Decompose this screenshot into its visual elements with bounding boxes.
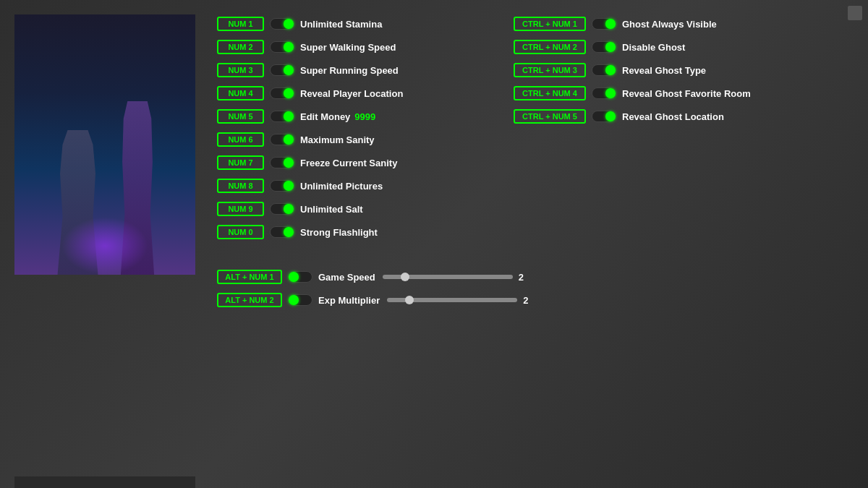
key-badge[interactable]: CTRL + NUM 1: [514, 17, 586, 31]
control-label: Strong Flashlight: [300, 227, 378, 238]
key-badge[interactable]: NUM 4: [217, 86, 264, 100]
toggle-track: [270, 180, 294, 192]
toggle-thumb: [284, 181, 294, 191]
slider-thumb: [405, 296, 414, 304]
slider-track[interactable]: [387, 298, 517, 302]
slider-value: 2: [523, 295, 528, 306]
list-item: NUM 3Super Running Speed: [217, 61, 492, 80]
key-badge[interactable]: NUM 1: [217, 17, 264, 31]
toggle-switch[interactable]: [270, 180, 294, 192]
toggle-switch[interactable]: [592, 18, 616, 30]
toggle-track: [270, 18, 294, 30]
key-badge[interactable]: NUM 5: [217, 109, 264, 124]
list-item: NUM 2Super Walking Speed: [217, 38, 492, 56]
toggle-track: [270, 134, 294, 145]
bottom-row: ALT + NUM 1Game Speed2ALT + NUM 2Exp Mul…: [217, 267, 723, 314]
control-label: Exp Multiplier: [318, 295, 380, 306]
slider-track[interactable]: [383, 275, 513, 279]
toggle-track: [592, 111, 616, 122]
toggle-track: [270, 64, 294, 76]
toggle-switch[interactable]: [592, 111, 616, 122]
toggle-track: [592, 18, 616, 30]
toggle-track: [270, 41, 294, 53]
toggle-track: [270, 226, 294, 238]
toggle-switch[interactable]: [270, 41, 294, 53]
control-label: Game Speed: [318, 272, 375, 283]
list-item: CTRL + NUM 5Reveal Ghost Location: [514, 107, 774, 126]
toggle-thumb: [284, 134, 294, 145]
slider-thumb: [401, 273, 409, 281]
toggle-thumb: [289, 272, 299, 282]
control-label: Reveal Ghost Favorite Room: [622, 88, 751, 99]
key-badge[interactable]: NUM 2: [217, 40, 264, 54]
toggle-thumb: [605, 111, 616, 121]
toggle-switch[interactable]: [270, 134, 294, 145]
control-label: Super Walking Speed: [300, 42, 396, 53]
key-badge[interactable]: NUM 6: [217, 132, 264, 147]
key-badge[interactable]: CTRL + NUM 3: [514, 63, 586, 77]
list-item: NUM 9Unlimited Salt: [217, 200, 492, 218]
key-badge[interactable]: CTRL + NUM 4: [514, 86, 586, 100]
toggle-track: [270, 111, 294, 122]
toggle-switch[interactable]: [270, 87, 294, 99]
key-badge[interactable]: NUM 0: [217, 225, 264, 239]
toggle-track: [592, 41, 616, 53]
app-window: NUM 1Unlimited StaminaNUM 2Super Walking…: [0, 0, 868, 488]
toggle-thumb: [605, 65, 616, 75]
toggle-switch[interactable]: [288, 294, 312, 306]
list-item: NUM 8Unlimited Pictures: [217, 176, 492, 195]
list-item: NUM 5Edit Money9999: [217, 107, 492, 126]
toggle-track: [592, 64, 616, 76]
toggle-track: [270, 157, 294, 168]
toggle-track: [288, 271, 312, 283]
controls-area: NUM 1Unlimited StaminaNUM 2Super Walking…: [217, 14, 854, 474]
toggle-switch[interactable]: [288, 271, 312, 283]
list-item: NUM 0Strong Flashlight: [217, 223, 492, 241]
toggle-track: [270, 87, 294, 99]
toggle-thumb: [289, 295, 299, 305]
toggle-switch[interactable]: [270, 203, 294, 215]
control-label: Super Running Speed: [300, 65, 399, 76]
list-item: NUM 4Reveal Player Location: [217, 84, 492, 103]
control-label: Maximum Sanity: [300, 134, 375, 145]
toggle-switch[interactable]: [270, 18, 294, 30]
toggle-thumb: [284, 42, 294, 52]
toggle-thumb: [284, 65, 294, 75]
toggle-switch[interactable]: [592, 64, 616, 76]
toggle-thumb: [605, 42, 616, 52]
toggle-switch[interactable]: [270, 111, 294, 122]
list-item: CTRL + NUM 2Disable Ghost: [514, 38, 774, 56]
slider-container: 2: [383, 272, 524, 283]
key-badge[interactable]: NUM 7: [217, 155, 264, 170]
key-badge[interactable]: ALT + NUM 1: [217, 270, 282, 284]
game-cover: [14, 14, 195, 275]
toggle-thumb: [284, 19, 294, 29]
toggle-thumb: [284, 88, 294, 98]
list-item: ALT + NUM 2Exp Multiplier2: [217, 291, 723, 309]
toggle-thumb: [605, 88, 616, 98]
list-item: CTRL + NUM 3Reveal Ghost Type: [514, 61, 774, 80]
key-badge[interactable]: NUM 8: [217, 179, 264, 193]
cover-art: [14, 72, 195, 275]
key-badge[interactable]: CTRL + NUM 5: [514, 109, 586, 124]
toggle-thumb: [284, 158, 294, 168]
toggle-switch[interactable]: [592, 87, 616, 99]
list-item: ALT + NUM 1Game Speed2: [217, 267, 723, 286]
toggle-track: [270, 203, 294, 215]
slider-value: 2: [519, 272, 524, 283]
key-badge[interactable]: NUM 3: [217, 63, 264, 77]
key-badge[interactable]: CTRL + NUM 2: [514, 40, 586, 54]
slider-container: 2: [387, 295, 528, 306]
toggle-thumb: [284, 204, 294, 214]
key-badge[interactable]: NUM 9: [217, 202, 264, 216]
toggle-track: [592, 87, 616, 99]
money-value: 9999: [354, 111, 375, 122]
toggle-switch[interactable]: [270, 157, 294, 168]
control-label: Unlimited Pictures: [300, 181, 383, 192]
toggle-switch[interactable]: [592, 41, 616, 53]
toggle-switch[interactable]: [270, 64, 294, 76]
toggle-switch[interactable]: [270, 226, 294, 238]
key-badge[interactable]: ALT + NUM 2: [217, 293, 282, 307]
control-label: Reveal Ghost Type: [622, 65, 706, 76]
trainer-label: [14, 476, 195, 488]
